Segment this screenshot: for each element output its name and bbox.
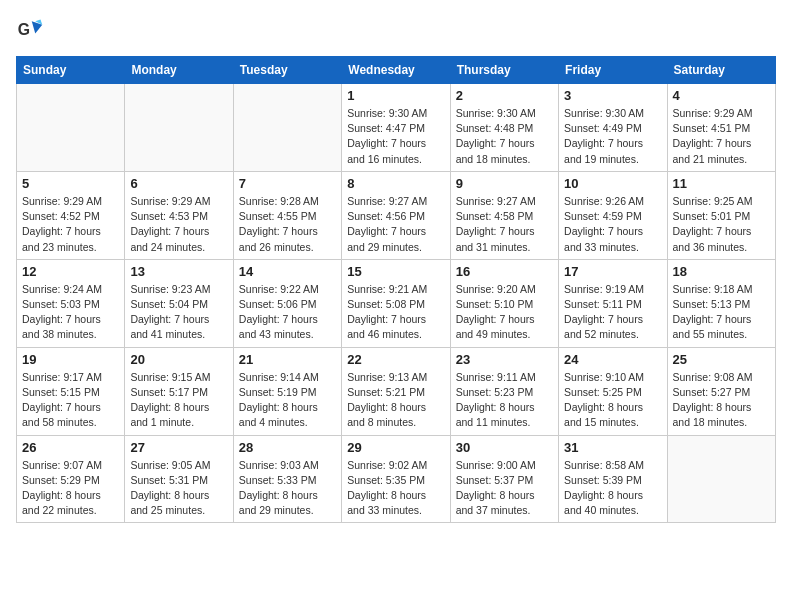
calendar-cell: 17Sunrise: 9:19 AM Sunset: 5:11 PM Dayli… bbox=[559, 259, 667, 347]
day-number: 17 bbox=[564, 264, 661, 279]
calendar-cell: 24Sunrise: 9:10 AM Sunset: 5:25 PM Dayli… bbox=[559, 347, 667, 435]
day-number: 27 bbox=[130, 440, 227, 455]
calendar-week-row: 12Sunrise: 9:24 AM Sunset: 5:03 PM Dayli… bbox=[17, 259, 776, 347]
weekday-header-row: SundayMondayTuesdayWednesdayThursdayFrid… bbox=[17, 57, 776, 84]
calendar-cell: 28Sunrise: 9:03 AM Sunset: 5:33 PM Dayli… bbox=[233, 435, 341, 523]
weekday-header-thursday: Thursday bbox=[450, 57, 558, 84]
day-info: Sunrise: 9:22 AM Sunset: 5:06 PM Dayligh… bbox=[239, 282, 336, 343]
day-info: Sunrise: 9:30 AM Sunset: 4:48 PM Dayligh… bbox=[456, 106, 553, 167]
calendar-cell: 11Sunrise: 9:25 AM Sunset: 5:01 PM Dayli… bbox=[667, 171, 775, 259]
day-number: 12 bbox=[22, 264, 119, 279]
day-info: Sunrise: 9:20 AM Sunset: 5:10 PM Dayligh… bbox=[456, 282, 553, 343]
day-info: Sunrise: 9:07 AM Sunset: 5:29 PM Dayligh… bbox=[22, 458, 119, 519]
calendar-cell bbox=[17, 84, 125, 172]
day-info: Sunrise: 9:02 AM Sunset: 5:35 PM Dayligh… bbox=[347, 458, 444, 519]
day-number: 5 bbox=[22, 176, 119, 191]
day-info: Sunrise: 9:21 AM Sunset: 5:08 PM Dayligh… bbox=[347, 282, 444, 343]
day-info: Sunrise: 9:14 AM Sunset: 5:19 PM Dayligh… bbox=[239, 370, 336, 431]
day-number: 23 bbox=[456, 352, 553, 367]
weekday-header-tuesday: Tuesday bbox=[233, 57, 341, 84]
weekday-header-friday: Friday bbox=[559, 57, 667, 84]
day-number: 29 bbox=[347, 440, 444, 455]
calendar-cell: 3Sunrise: 9:30 AM Sunset: 4:49 PM Daylig… bbox=[559, 84, 667, 172]
weekday-header-saturday: Saturday bbox=[667, 57, 775, 84]
calendar-table: SundayMondayTuesdayWednesdayThursdayFrid… bbox=[16, 56, 776, 523]
day-info: Sunrise: 9:13 AM Sunset: 5:21 PM Dayligh… bbox=[347, 370, 444, 431]
weekday-header-sunday: Sunday bbox=[17, 57, 125, 84]
day-info: Sunrise: 9:18 AM Sunset: 5:13 PM Dayligh… bbox=[673, 282, 770, 343]
day-info: Sunrise: 9:19 AM Sunset: 5:11 PM Dayligh… bbox=[564, 282, 661, 343]
day-info: Sunrise: 9:11 AM Sunset: 5:23 PM Dayligh… bbox=[456, 370, 553, 431]
day-number: 30 bbox=[456, 440, 553, 455]
calendar-cell: 15Sunrise: 9:21 AM Sunset: 5:08 PM Dayli… bbox=[342, 259, 450, 347]
calendar-cell: 5Sunrise: 9:29 AM Sunset: 4:52 PM Daylig… bbox=[17, 171, 125, 259]
calendar-cell: 1Sunrise: 9:30 AM Sunset: 4:47 PM Daylig… bbox=[342, 84, 450, 172]
day-number: 31 bbox=[564, 440, 661, 455]
calendar-cell: 26Sunrise: 9:07 AM Sunset: 5:29 PM Dayli… bbox=[17, 435, 125, 523]
logo-icon: G bbox=[16, 16, 44, 44]
day-number: 6 bbox=[130, 176, 227, 191]
day-number: 11 bbox=[673, 176, 770, 191]
calendar-cell: 19Sunrise: 9:17 AM Sunset: 5:15 PM Dayli… bbox=[17, 347, 125, 435]
calendar-cell: 22Sunrise: 9:13 AM Sunset: 5:21 PM Dayli… bbox=[342, 347, 450, 435]
calendar-cell: 12Sunrise: 9:24 AM Sunset: 5:03 PM Dayli… bbox=[17, 259, 125, 347]
day-info: Sunrise: 9:17 AM Sunset: 5:15 PM Dayligh… bbox=[22, 370, 119, 431]
day-number: 7 bbox=[239, 176, 336, 191]
calendar-cell: 20Sunrise: 9:15 AM Sunset: 5:17 PM Dayli… bbox=[125, 347, 233, 435]
day-info: Sunrise: 9:25 AM Sunset: 5:01 PM Dayligh… bbox=[673, 194, 770, 255]
day-number: 21 bbox=[239, 352, 336, 367]
calendar-cell: 9Sunrise: 9:27 AM Sunset: 4:58 PM Daylig… bbox=[450, 171, 558, 259]
calendar-cell: 18Sunrise: 9:18 AM Sunset: 5:13 PM Dayli… bbox=[667, 259, 775, 347]
calendar-cell: 6Sunrise: 9:29 AM Sunset: 4:53 PM Daylig… bbox=[125, 171, 233, 259]
day-number: 1 bbox=[347, 88, 444, 103]
day-number: 2 bbox=[456, 88, 553, 103]
day-info: Sunrise: 9:30 AM Sunset: 4:47 PM Dayligh… bbox=[347, 106, 444, 167]
calendar-week-row: 1Sunrise: 9:30 AM Sunset: 4:47 PM Daylig… bbox=[17, 84, 776, 172]
calendar-cell: 21Sunrise: 9:14 AM Sunset: 5:19 PM Dayli… bbox=[233, 347, 341, 435]
day-info: Sunrise: 9:00 AM Sunset: 5:37 PM Dayligh… bbox=[456, 458, 553, 519]
calendar-week-row: 5Sunrise: 9:29 AM Sunset: 4:52 PM Daylig… bbox=[17, 171, 776, 259]
day-info: Sunrise: 9:23 AM Sunset: 5:04 PM Dayligh… bbox=[130, 282, 227, 343]
day-number: 19 bbox=[22, 352, 119, 367]
day-number: 20 bbox=[130, 352, 227, 367]
day-info: Sunrise: 9:05 AM Sunset: 5:31 PM Dayligh… bbox=[130, 458, 227, 519]
day-info: Sunrise: 9:27 AM Sunset: 4:56 PM Dayligh… bbox=[347, 194, 444, 255]
day-number: 9 bbox=[456, 176, 553, 191]
day-number: 22 bbox=[347, 352, 444, 367]
calendar-cell: 29Sunrise: 9:02 AM Sunset: 5:35 PM Dayli… bbox=[342, 435, 450, 523]
svg-text:G: G bbox=[18, 21, 30, 38]
day-number: 15 bbox=[347, 264, 444, 279]
calendar-cell: 25Sunrise: 9:08 AM Sunset: 5:27 PM Dayli… bbox=[667, 347, 775, 435]
day-number: 10 bbox=[564, 176, 661, 191]
calendar-cell bbox=[233, 84, 341, 172]
day-info: Sunrise: 9:27 AM Sunset: 4:58 PM Dayligh… bbox=[456, 194, 553, 255]
weekday-header-monday: Monday bbox=[125, 57, 233, 84]
calendar-cell: 23Sunrise: 9:11 AM Sunset: 5:23 PM Dayli… bbox=[450, 347, 558, 435]
day-info: Sunrise: 9:29 AM Sunset: 4:52 PM Dayligh… bbox=[22, 194, 119, 255]
day-number: 28 bbox=[239, 440, 336, 455]
day-info: Sunrise: 9:08 AM Sunset: 5:27 PM Dayligh… bbox=[673, 370, 770, 431]
calendar-cell: 10Sunrise: 9:26 AM Sunset: 4:59 PM Dayli… bbox=[559, 171, 667, 259]
day-number: 8 bbox=[347, 176, 444, 191]
calendar-cell: 16Sunrise: 9:20 AM Sunset: 5:10 PM Dayli… bbox=[450, 259, 558, 347]
day-number: 3 bbox=[564, 88, 661, 103]
calendar-cell: 14Sunrise: 9:22 AM Sunset: 5:06 PM Dayli… bbox=[233, 259, 341, 347]
calendar-cell: 27Sunrise: 9:05 AM Sunset: 5:31 PM Dayli… bbox=[125, 435, 233, 523]
day-info: Sunrise: 8:58 AM Sunset: 5:39 PM Dayligh… bbox=[564, 458, 661, 519]
day-number: 14 bbox=[239, 264, 336, 279]
logo: G bbox=[16, 16, 48, 44]
calendar-cell bbox=[125, 84, 233, 172]
day-info: Sunrise: 9:24 AM Sunset: 5:03 PM Dayligh… bbox=[22, 282, 119, 343]
day-info: Sunrise: 9:29 AM Sunset: 4:53 PM Dayligh… bbox=[130, 194, 227, 255]
calendar-cell: 13Sunrise: 9:23 AM Sunset: 5:04 PM Dayli… bbox=[125, 259, 233, 347]
day-number: 25 bbox=[673, 352, 770, 367]
day-number: 26 bbox=[22, 440, 119, 455]
weekday-header-wednesday: Wednesday bbox=[342, 57, 450, 84]
calendar-week-row: 19Sunrise: 9:17 AM Sunset: 5:15 PM Dayli… bbox=[17, 347, 776, 435]
day-number: 13 bbox=[130, 264, 227, 279]
day-info: Sunrise: 9:10 AM Sunset: 5:25 PM Dayligh… bbox=[564, 370, 661, 431]
day-info: Sunrise: 9:26 AM Sunset: 4:59 PM Dayligh… bbox=[564, 194, 661, 255]
calendar-cell: 4Sunrise: 9:29 AM Sunset: 4:51 PM Daylig… bbox=[667, 84, 775, 172]
day-info: Sunrise: 9:28 AM Sunset: 4:55 PM Dayligh… bbox=[239, 194, 336, 255]
calendar-week-row: 26Sunrise: 9:07 AM Sunset: 5:29 PM Dayli… bbox=[17, 435, 776, 523]
